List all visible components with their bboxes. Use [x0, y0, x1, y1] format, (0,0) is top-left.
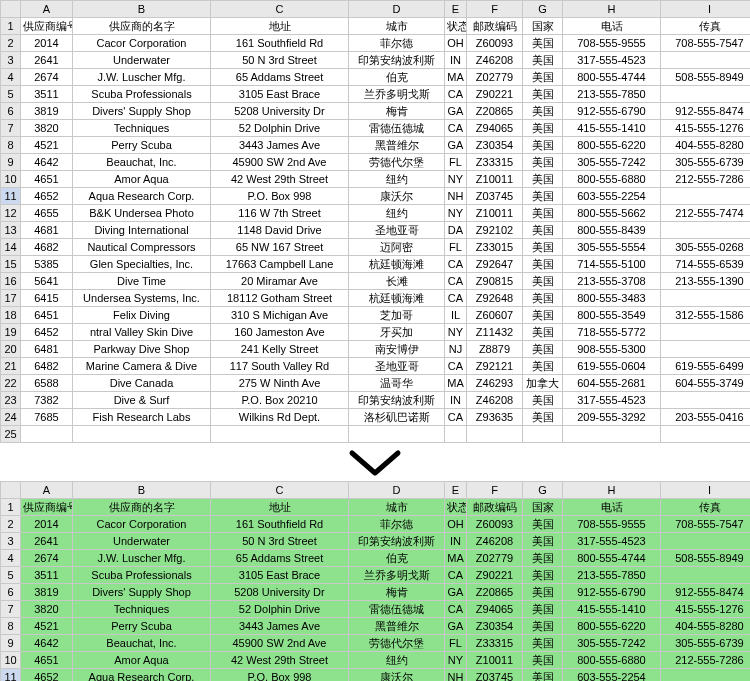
row-header[interactable]: 5 — [1, 567, 21, 584]
cell[interactable]: Z10011 — [467, 171, 523, 188]
cell[interactable]: 317-555-4523 — [563, 52, 661, 69]
cell[interactable]: 纽约 — [349, 205, 445, 222]
cell[interactable]: 美国 — [523, 205, 563, 222]
cell[interactable]: 305-555-7242 — [563, 635, 661, 652]
cell[interactable]: Parkway Dive Shop — [73, 341, 211, 358]
cell[interactable]: NY — [445, 205, 467, 222]
cell[interactable]: 404-555-8280 — [661, 618, 751, 635]
cell[interactable]: 6451 — [21, 307, 73, 324]
cell[interactable]: Z33315 — [467, 635, 523, 652]
cell[interactable]: 菲尔德 — [349, 35, 445, 52]
cell[interactable]: 6482 — [21, 358, 73, 375]
cell[interactable]: MA — [445, 69, 467, 86]
column-header-d[interactable]: D — [349, 482, 445, 499]
cell[interactable]: FL — [445, 154, 467, 171]
cell[interactable]: 美国 — [523, 222, 563, 239]
cell[interactable]: 美国 — [523, 584, 563, 601]
cell[interactable]: CA — [445, 290, 467, 307]
table-row[interactable]: 32641Underwater50 N 3rd Street印第安纳波利斯INZ… — [1, 533, 751, 550]
cell[interactable]: 160 Jameston Ave — [211, 324, 349, 341]
table-row[interactable]: 94642Beauchat, Inc.45900 SW 2nd Ave劳德代尔堡… — [1, 154, 751, 171]
cell[interactable] — [661, 426, 751, 443]
cell[interactable]: 兰乔多明戈斯 — [349, 86, 445, 103]
cell[interactable]: 美国 — [523, 69, 563, 86]
cell[interactable]: Dive Canada — [73, 375, 211, 392]
cell[interactable]: CA — [445, 273, 467, 290]
cell[interactable]: Z20865 — [467, 103, 523, 120]
cell[interactable]: 203-555-0416 — [661, 409, 751, 426]
cell[interactable]: 18112 Gotham Street — [211, 290, 349, 307]
cell[interactable] — [661, 669, 751, 682]
cell[interactable]: 209-555-3292 — [563, 409, 661, 426]
cell[interactable]: 康沃尔 — [349, 188, 445, 205]
cell[interactable]: 3105 East Brace — [211, 86, 349, 103]
cell[interactable]: CA — [445, 86, 467, 103]
cell[interactable]: 800-555-3549 — [563, 307, 661, 324]
cell[interactable]: 42 West 29th Street — [211, 652, 349, 669]
cell[interactable]: 美国 — [523, 669, 563, 682]
table-row[interactable]: 84521Perry Scuba3443 James Ave黑普维尔GAZ303… — [1, 618, 751, 635]
cell[interactable]: B&K Undersea Photo — [73, 205, 211, 222]
cell[interactable]: 404-555-8280 — [661, 137, 751, 154]
table-row[interactable]: 176415Undersea Systems, Inc.18112 Gotham… — [1, 290, 751, 307]
cell[interactable]: OH — [445, 516, 467, 533]
cell[interactable]: 45900 SW 2nd Ave — [211, 635, 349, 652]
cell[interactable]: ntral Valley Skin Dive — [73, 324, 211, 341]
column-header-e[interactable]: E — [445, 1, 467, 18]
cell[interactable]: 317-555-4523 — [563, 392, 661, 409]
cell[interactable]: 美国 — [523, 137, 563, 154]
cell[interactable]: 4681 — [21, 222, 73, 239]
cell[interactable]: 800-555-4744 — [563, 69, 661, 86]
cell[interactable]: Z03745 — [467, 669, 523, 682]
header-cell[interactable]: 状态 — [445, 499, 467, 516]
table-row[interactable]: 134681Diving International1148 David Dri… — [1, 222, 751, 239]
table-row[interactable]: 84521Perry Scuba3443 James Ave黑普维尔GAZ303… — [1, 137, 751, 154]
cell[interactable] — [661, 533, 751, 550]
table-row[interactable]: 63819Divers' Supply Shop5208 University … — [1, 103, 751, 120]
cell[interactable]: 菲尔德 — [349, 516, 445, 533]
cell[interactable]: 康沃尔 — [349, 669, 445, 682]
cell[interactable]: 317-555-4523 — [563, 533, 661, 550]
cell[interactable]: NJ — [445, 341, 467, 358]
cell[interactable]: 708-555-9555 — [563, 35, 661, 52]
cell[interactable]: MA — [445, 550, 467, 567]
cell[interactable]: 6452 — [21, 324, 73, 341]
cell[interactable]: Undersea Systems, Inc. — [73, 290, 211, 307]
cell[interactable]: 213-555-3708 — [563, 273, 661, 290]
cell[interactable]: 912-555-6790 — [563, 584, 661, 601]
table-row[interactable]: 32641Underwater50 N 3rd Street印第安纳波利斯INZ… — [1, 52, 751, 69]
row-header[interactable]: 19 — [1, 324, 21, 341]
cell[interactable]: Z94065 — [467, 120, 523, 137]
cell[interactable]: 800-555-8439 — [563, 222, 661, 239]
row-header[interactable]: 11 — [1, 669, 21, 682]
table-row[interactable]: 114652Aqua Research Corp.P.O. Box 998康沃尔… — [1, 669, 751, 682]
cell[interactable]: Beauchat, Inc. — [73, 635, 211, 652]
header-cell[interactable]: 城市 — [349, 499, 445, 516]
cell[interactable]: 2014 — [21, 516, 73, 533]
header-cell[interactable]: 传真 — [661, 18, 751, 35]
cell[interactable]: Divers' Supply Shop — [73, 584, 211, 601]
cell[interactable]: Z03745 — [467, 188, 523, 205]
cell[interactable]: 黑普维尔 — [349, 618, 445, 635]
cell[interactable]: 美国 — [523, 188, 563, 205]
cell[interactable]: 美国 — [523, 307, 563, 324]
cell[interactable]: Nautical Compressors — [73, 239, 211, 256]
table-row[interactable]: 165641Dive Time20 Miramar Ave长滩CAZ90815美… — [1, 273, 751, 290]
row-header[interactable]: 13 — [1, 222, 21, 239]
cell[interactable]: Dive & Surf — [73, 392, 211, 409]
row-header[interactable]: 14 — [1, 239, 21, 256]
cell[interactable]: 4651 — [21, 171, 73, 188]
cell[interactable] — [349, 426, 445, 443]
header-cell[interactable]: 电话 — [563, 18, 661, 35]
cell[interactable]: 美国 — [523, 341, 563, 358]
cell[interactable]: 508-555-8949 — [661, 69, 751, 86]
row-header[interactable]: 4 — [1, 69, 21, 86]
cell[interactable]: Z10011 — [467, 205, 523, 222]
row-header[interactable]: 24 — [1, 409, 21, 426]
cell[interactable]: GA — [445, 137, 467, 154]
cell[interactable]: 714-555-5100 — [563, 256, 661, 273]
cell[interactable]: 芝加哥 — [349, 307, 445, 324]
cell[interactable]: 800-555-5662 — [563, 205, 661, 222]
row-header[interactable]: 17 — [1, 290, 21, 307]
cell[interactable]: 美国 — [523, 120, 563, 137]
